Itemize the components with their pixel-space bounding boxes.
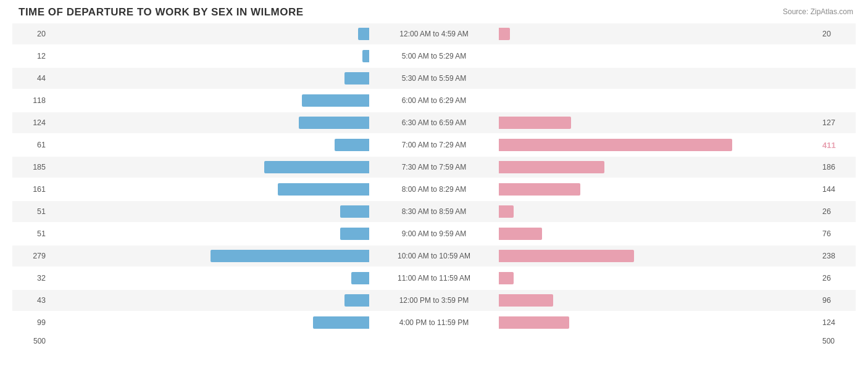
chart-container: TIME OF DEPARTURE TO WORK BY SEX IN WILM… [0, 0, 868, 367]
chart-row: 44 5:30 AM to 5:59 AM [12, 68, 856, 89]
male-bar [344, 294, 369, 307]
left-bars [49, 72, 369, 85]
female-value: 96 [819, 296, 856, 305]
male-value: 185 [12, 163, 49, 171]
right-bars [499, 316, 819, 329]
chart-row: 61 7:00 AM to 7:29 AM 411 [12, 134, 856, 155]
left-bars [49, 183, 369, 196]
axis-left-label: 500 [12, 337, 49, 345]
male-bar [344, 72, 369, 85]
male-bar [302, 94, 369, 107]
time-label: 4:00 PM to 11:59 PM [369, 318, 499, 327]
right-bars [499, 227, 819, 241]
male-value: 44 [12, 74, 49, 83]
male-bar [211, 250, 369, 262]
male-bar [340, 205, 369, 218]
time-label: 5:00 AM to 5:29 AM [369, 52, 499, 60]
chart-row: 43 12:00 PM to 3:59 PM 96 [12, 290, 856, 311]
right-bars [499, 116, 819, 130]
chart-row: 279 10:00 AM to 10:59 AM 238 [12, 245, 856, 266]
left-bars [49, 205, 369, 218]
time-label: 8:00 AM to 8:29 AM [369, 185, 499, 194]
female-bar [499, 117, 571, 129]
male-value: 61 [12, 141, 49, 149]
female-bar [499, 228, 542, 240]
axis-right-label: 500 [819, 337, 856, 345]
left-bars [49, 249, 369, 263]
time-label: 12:00 AM to 4:59 AM [369, 30, 499, 38]
chart-row: 12 5:00 AM to 5:29 AM [12, 46, 856, 67]
chart-row: 185 7:30 AM to 7:59 AM 186 [12, 157, 856, 178]
left-bars [49, 227, 369, 241]
female-bar [499, 183, 580, 196]
chart-area: 20 12:00 AM to 4:59 AM 20 12 5:00 AM to … [12, 23, 856, 316]
source-text: Source: ZipAtlas.com [783, 7, 853, 16]
male-bar [362, 50, 369, 62]
left-bars [49, 49, 369, 63]
time-label: 7:00 AM to 7:29 AM [369, 141, 499, 149]
female-value: 127 [819, 118, 856, 127]
time-label: 5:30 AM to 5:59 AM [369, 74, 499, 83]
left-bars [49, 294, 369, 307]
male-value: 118 [12, 96, 49, 105]
right-bars [499, 271, 819, 285]
female-bar [499, 139, 732, 151]
male-bar [278, 183, 369, 196]
chart-row: 124 6:30 AM to 6:59 AM 127 [12, 112, 856, 133]
chart-row: 99 4:00 PM to 11:59 PM 124 [12, 312, 856, 333]
right-bars [499, 49, 819, 63]
female-bar [499, 28, 510, 40]
male-value: 51 [12, 207, 49, 216]
left-bars [49, 138, 369, 152]
right-bars [499, 160, 819, 174]
female-value: 76 [819, 229, 856, 238]
left-bars [49, 271, 369, 285]
left-bars [49, 116, 369, 130]
male-bar [351, 272, 369, 284]
male-bar [340, 228, 369, 240]
male-value: 279 [12, 252, 49, 260]
right-bars [499, 205, 819, 218]
time-label: 10:00 AM to 10:59 AM [369, 252, 499, 260]
time-label: 8:30 AM to 8:59 AM [369, 207, 499, 216]
female-value: 26 [819, 207, 856, 216]
right-bars [499, 27, 819, 41]
male-value: 12 [12, 52, 49, 60]
time-label: 6:30 AM to 6:59 AM [369, 118, 499, 127]
right-bars [499, 183, 819, 196]
male-value: 124 [12, 118, 49, 127]
male-value: 99 [12, 318, 49, 327]
male-bar [299, 117, 369, 129]
chart-row: 51 8:30 AM to 8:59 AM 26 [12, 201, 856, 222]
male-bar [335, 139, 369, 151]
female-value: 144 [819, 185, 856, 194]
female-bar [499, 316, 569, 329]
left-bars [49, 94, 369, 107]
chart-row: 118 6:00 AM to 6:29 AM [12, 90, 856, 111]
female-bar [499, 161, 604, 173]
right-bars [499, 249, 819, 263]
female-value: 411 [819, 141, 856, 150]
chart-row: 161 8:00 AM to 8:29 AM 144 [12, 179, 856, 200]
male-value: 43 [12, 296, 49, 305]
male-bar [358, 28, 369, 40]
female-value: 124 [819, 318, 856, 327]
right-bars [499, 72, 819, 85]
time-label: 11:00 AM to 11:59 AM [369, 274, 499, 282]
chart-row: 20 12:00 AM to 4:59 AM 20 [12, 23, 856, 44]
female-value: 20 [819, 30, 856, 38]
female-bar [499, 272, 514, 284]
male-value: 161 [12, 185, 49, 194]
male-value: 32 [12, 274, 49, 282]
chart-row: 51 9:00 AM to 9:59 AM 76 [12, 223, 856, 244]
male-value: 20 [12, 30, 49, 38]
chart-title: TIME OF DEPARTURE TO WORK BY SEX IN WILM… [12, 6, 856, 19]
right-bars [499, 294, 819, 307]
right-bars [499, 94, 819, 107]
male-bar [313, 316, 369, 329]
left-bars [49, 27, 369, 41]
time-label: 9:00 AM to 9:59 AM [369, 229, 499, 238]
time-label: 6:00 AM to 6:29 AM [369, 96, 499, 105]
time-label: 7:30 AM to 7:59 AM [369, 163, 499, 171]
female-value: 238 [819, 252, 856, 260]
